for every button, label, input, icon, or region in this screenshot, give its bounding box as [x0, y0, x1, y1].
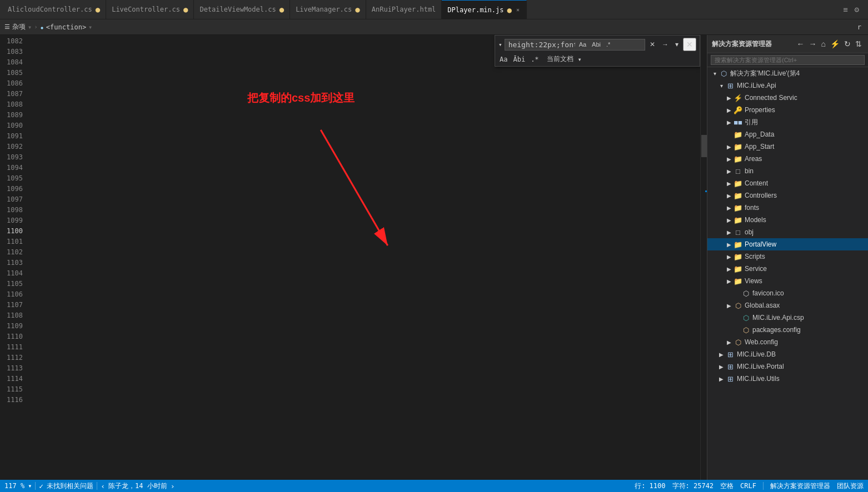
tree-app-start[interactable]: ▶ 📁 App_Start — [707, 140, 868, 153]
panel-label[interactable]: 解决方案资源管理器 — [770, 481, 830, 491]
tree-app-data[interactable]: ▶ 📁 App_Data — [707, 128, 868, 140]
tree-obj[interactable]: ▶ □ obj — [707, 226, 868, 238]
zoom-level[interactable]: 117 % — [4, 482, 24, 490]
ln-1102: 1102 — [0, 247, 26, 258]
ref-label: 引用 — [745, 118, 758, 127]
v-scrollbar-thumb[interactable] — [701, 135, 707, 157]
tree-solution[interactable]: ▾ ⬡ 解决方案'MIC.iLive'(第4 — [707, 67, 868, 79]
tab-overflow-icon[interactable]: ≡ — [841, 4, 850, 15]
appstart-folder-icon: 📁 — [733, 143, 743, 151]
tree-packages[interactable]: ▶ ⬡ packages.config — [707, 324, 868, 336]
zoom-arrow[interactable]: ▾ — [28, 482, 32, 490]
connected-label: Connected Servic — [745, 94, 797, 102]
code-body[interactable]: ▾ Aa Abi .* ✕ → ▾ ✕ Aa — [31, 35, 700, 480]
tree-api-csp[interactable]: ▶ ⬡ MIC.iLive.Api.csp — [707, 312, 868, 324]
breadcrumb-function[interactable]: ⬥ <function> ▾ — [40, 23, 92, 31]
tree-mic-utils[interactable]: ▶ ⊞ MIC.iLive.Utils — [707, 373, 868, 385]
tree-mic-api[interactable]: ▾ ⊞ MIC.iLive.Api — [707, 79, 868, 92]
tree-favicon[interactable]: ▶ ⬡ favicon.ico — [707, 287, 868, 299]
panel-sort-button[interactable]: ⇅ — [854, 38, 864, 49]
tab-detaile-dot: ● — [280, 5, 284, 14]
utils-arrow-icon: ▶ — [717, 376, 725, 382]
ln-1090: 1090 — [0, 121, 26, 131]
tree-portalview[interactable]: ▶ 📁 PortalView — [707, 238, 868, 250]
tree-views[interactable]: ▶ 📁 Views — [707, 275, 868, 287]
match-case-button[interactable]: Aa — [577, 41, 588, 48]
whole-word-button[interactable]: Abi — [590, 41, 602, 48]
bin-label: bin — [745, 167, 754, 175]
ln-1086: 1086 — [0, 78, 26, 89]
v-scrollbar[interactable] — [700, 35, 707, 480]
tab-live[interactable]: LiveController.cs ● — [106, 0, 194, 19]
breadcrumb-misc[interactable]: ☰ 杂项 ▾ — [4, 22, 32, 32]
status-left: 117 % ▾ ✓ 未找到相关问题 ‹ 陈子龙，14 小时前 › — [4, 481, 175, 491]
tab-alicloud[interactable]: AlicloudController.cs ● — [2, 0, 106, 19]
panel-home-button[interactable]: ⌂ — [820, 38, 827, 49]
search-input[interactable] — [508, 41, 575, 49]
search-widget: ▾ Aa Abi .* ✕ → ▾ ✕ Aa — [495, 35, 700, 67]
panel-forward-button[interactable]: → — [807, 38, 819, 49]
tab-live-dot: ● — [183, 5, 188, 14]
tab-manager[interactable]: LiveManager.cs ● — [290, 0, 366, 19]
tree-content[interactable]: ▶ 📁 Content — [707, 177, 868, 189]
char-count[interactable]: 字符: 25742 — [672, 481, 714, 491]
search-next-button[interactable]: → — [660, 39, 671, 49]
tree-ref[interactable]: ▶ ■■ 引用 — [707, 116, 868, 128]
tree-areas[interactable]: ▶ 📁 Areas — [707, 153, 868, 165]
tab-alicloud-label: AlicloudController.cs — [8, 6, 92, 13]
panel-refresh-button[interactable]: ↻ — [842, 38, 852, 49]
panel-back-button[interactable]: ← — [795, 38, 806, 49]
tree-container[interactable]: ▾ ⬡ 解决方案'MIC.iLive'(第4 ▾ ⊞ MIC.iLive.Api… — [707, 67, 868, 480]
team-label[interactable]: 团队资源 — [837, 481, 864, 491]
tree-controllers[interactable]: ▶ 📁 Controllers — [707, 189, 868, 202]
tree-bin[interactable]: ▶ □ bin — [707, 165, 868, 177]
tab-dplayer[interactable]: DPlayer.min.js ● ✕ — [442, 0, 527, 19]
tab-dplayer-close[interactable]: ✕ — [515, 6, 521, 13]
panel-save-button[interactable]: ⚡ — [829, 38, 841, 49]
search-regex-btn[interactable]: .* — [531, 56, 538, 63]
encoding[interactable]: 空格 — [720, 481, 734, 491]
search-close-button[interactable]: ✕ — [683, 38, 696, 51]
tab-anrui[interactable]: AnRuiPlayer.html — [366, 0, 442, 19]
right-panel: 解决方案资源管理器 ← → ⌂ ⚡ ↻ ⇅ ▾ ⬡ 解决方案'MIC.iLive… — [707, 35, 868, 480]
breadcrumb-func-label: <function> — [46, 23, 86, 31]
breadcrumb-r-label: r — [857, 23, 861, 31]
solution-icon: ⬡ — [719, 69, 729, 78]
tree-mic-db[interactable]: ▶ ⊞ MIC.iLive.DB — [707, 348, 868, 360]
search-whole-word-btn[interactable]: Ābi — [513, 56, 525, 63]
regex-button[interactable]: .* — [605, 41, 612, 48]
cursor-position[interactable]: 行: 1100 — [635, 481, 665, 491]
fonts-label: fonts — [745, 204, 759, 212]
code-lines[interactable]: ✏ ions .dplayer-icon.dplayer-quality-ico… — [31, 35, 700, 480]
search-match-case-btn[interactable]: Aa — [500, 56, 507, 63]
tab-settings-icon[interactable]: ⚙ — [852, 4, 861, 15]
search-doc-arrow[interactable]: ▾ — [578, 56, 582, 63]
panel-search-input[interactable] — [711, 55, 865, 65]
tree-properties[interactable]: ▶ 🔑 Properties — [707, 104, 868, 116]
tree-models[interactable]: ▶ 📁 Models — [707, 214, 868, 226]
branch-name[interactable]: 陈子龙，14 小时前 — [108, 481, 167, 491]
controllers-folder-icon: 📁 — [733, 192, 743, 200]
tab-live-label: LiveController.cs — [112, 6, 180, 13]
tree-fonts[interactable]: ▶ 📁 fonts — [707, 202, 868, 214]
global-icon: ⬡ — [733, 302, 743, 310]
global-label: Global.asax — [745, 302, 780, 309]
tab-anrui-label: AnRuiPlayer.html — [372, 6, 436, 13]
search-prev2-button[interactable]: ▾ — [673, 39, 681, 49]
search-expand-icon[interactable]: ▾ — [498, 41, 502, 48]
tab-dplayer-dot: ● — [507, 6, 511, 14]
solution-arrow-icon: ▾ — [711, 71, 719, 77]
ln-1116: 1116 — [0, 395, 26, 405]
tab-detaile[interactable]: DetaileViewModel.cs ● — [194, 0, 290, 19]
tree-global[interactable]: ▶ ⬡ Global.asax — [707, 299, 868, 312]
line-ending[interactable]: CRLF — [740, 482, 756, 490]
tree-service[interactable]: ▶ 📁 Service — [707, 263, 868, 275]
tree-connected[interactable]: ▶ ⚡ Connected Servic — [707, 92, 868, 104]
tree-scripts[interactable]: ▶ 📁 Scripts — [707, 250, 868, 263]
ln-1092: 1092 — [0, 142, 26, 152]
ln-1111: 1111 — [0, 342, 26, 353]
bin-arrow-icon: ▶ — [725, 168, 733, 174]
tree-webconfig[interactable]: ▶ ⬡ Web.config — [707, 336, 868, 348]
tree-mic-portal[interactable]: ▶ ⊞ MIC.iLive.Portal — [707, 360, 868, 373]
search-prev-button[interactable]: ✕ — [647, 39, 657, 49]
